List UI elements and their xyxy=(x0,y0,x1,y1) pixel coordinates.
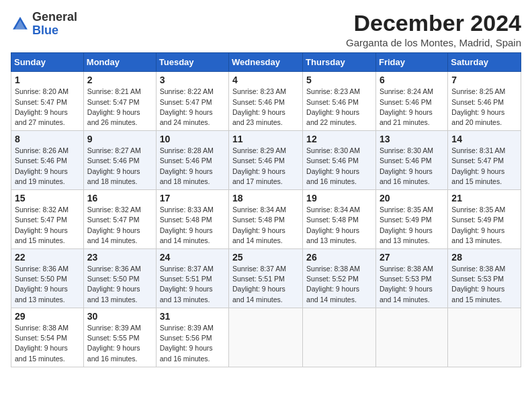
day-info: Sunrise: 8:23 AMSunset: 5:46 PMDaylight:… xyxy=(306,87,372,128)
day-info: Sunrise: 8:35 AMSunset: 5:49 PMDaylight:… xyxy=(380,205,444,246)
calendar-cell: 8Sunrise: 8:26 AMSunset: 5:46 PMDaylight… xyxy=(11,131,84,190)
calendar-cell: 10Sunrise: 8:28 AMSunset: 5:46 PMDayligh… xyxy=(156,131,228,190)
calendar-cell: 25Sunrise: 8:37 AMSunset: 5:51 PMDayligh… xyxy=(229,249,303,308)
calendar-week-5: 29Sunrise: 8:38 AMSunset: 5:54 PMDayligh… xyxy=(11,308,521,367)
day-info: Sunrise: 8:36 AMSunset: 5:50 PMDaylight:… xyxy=(87,264,152,305)
calendar-cell: 23Sunrise: 8:36 AMSunset: 5:50 PMDayligh… xyxy=(83,249,156,308)
day-number: 19 xyxy=(306,193,372,203)
col-header-thursday: Thursday xyxy=(303,53,376,72)
day-info: Sunrise: 8:26 AMSunset: 5:46 PMDaylight:… xyxy=(15,146,80,187)
calendar-cell: 14Sunrise: 8:31 AMSunset: 5:47 PMDayligh… xyxy=(448,131,521,190)
calendar-cell: 26Sunrise: 8:38 AMSunset: 5:52 PMDayligh… xyxy=(303,249,376,308)
day-info: Sunrise: 8:38 AMSunset: 5:54 PMDaylight:… xyxy=(15,323,80,364)
day-info: Sunrise: 8:38 AMSunset: 5:52 PMDaylight:… xyxy=(306,264,372,305)
day-info: Sunrise: 8:27 AMSunset: 5:46 PMDaylight:… xyxy=(87,146,152,187)
day-info: Sunrise: 8:28 AMSunset: 5:46 PMDaylight:… xyxy=(160,146,225,187)
calendar-cell: 6Sunrise: 8:24 AMSunset: 5:46 PMDaylight… xyxy=(375,72,447,131)
day-number: 23 xyxy=(87,252,152,263)
day-number: 26 xyxy=(306,252,372,263)
calendar-header: SundayMondayTuesdayWednesdayThursdayFrid… xyxy=(11,53,521,72)
col-header-friday: Friday xyxy=(375,53,447,72)
calendar-week-1: 1Sunrise: 8:20 AMSunset: 5:47 PMDaylight… xyxy=(11,72,521,131)
calendar-week-4: 22Sunrise: 8:36 AMSunset: 5:50 PMDayligh… xyxy=(11,249,521,308)
page-header: General Blue December 2024 Garganta de l… xyxy=(11,11,521,48)
col-header-sunday: Sunday xyxy=(11,53,84,72)
calendar-cell: 24Sunrise: 8:37 AMSunset: 5:51 PMDayligh… xyxy=(156,249,228,308)
calendar-cell: 3Sunrise: 8:22 AMSunset: 5:47 PMDaylight… xyxy=(156,72,228,131)
day-info: Sunrise: 8:39 AMSunset: 5:55 PMDaylight:… xyxy=(87,323,152,364)
day-number: 28 xyxy=(451,252,517,263)
calendar-cell: 31Sunrise: 8:39 AMSunset: 5:56 PMDayligh… xyxy=(156,308,228,367)
day-info: Sunrise: 8:37 AMSunset: 5:51 PMDaylight:… xyxy=(232,264,299,305)
day-number: 27 xyxy=(380,252,444,263)
day-info: Sunrise: 8:34 AMSunset: 5:48 PMDaylight:… xyxy=(306,205,372,246)
day-number: 5 xyxy=(306,75,372,85)
day-info: Sunrise: 8:21 AMSunset: 5:47 PMDaylight:… xyxy=(87,87,152,128)
day-info: Sunrise: 8:33 AMSunset: 5:48 PMDaylight:… xyxy=(160,205,225,246)
day-number: 25 xyxy=(232,252,299,263)
day-info: Sunrise: 8:38 AMSunset: 5:53 PMDaylight:… xyxy=(380,264,444,305)
day-number: 30 xyxy=(87,311,152,322)
logo-general: General xyxy=(32,10,77,24)
calendar-week-2: 8Sunrise: 8:26 AMSunset: 5:46 PMDaylight… xyxy=(11,131,521,190)
day-info: Sunrise: 8:29 AMSunset: 5:46 PMDaylight:… xyxy=(232,146,299,187)
day-number: 10 xyxy=(160,134,225,144)
day-number: 18 xyxy=(232,193,299,203)
calendar-cell: 27Sunrise: 8:38 AMSunset: 5:53 PMDayligh… xyxy=(375,249,447,308)
col-header-saturday: Saturday xyxy=(448,53,521,72)
calendar-table: SundayMondayTuesdayWednesdayThursdayFrid… xyxy=(11,52,521,367)
header-row: SundayMondayTuesdayWednesdayThursdayFrid… xyxy=(11,53,521,72)
calendar-cell: 11Sunrise: 8:29 AMSunset: 5:46 PMDayligh… xyxy=(229,131,303,190)
day-info: Sunrise: 8:31 AMSunset: 5:47 PMDaylight:… xyxy=(451,146,517,187)
calendar-cell: 20Sunrise: 8:35 AMSunset: 5:49 PMDayligh… xyxy=(375,190,447,249)
day-number: 16 xyxy=(87,193,152,203)
calendar-cell: 18Sunrise: 8:34 AMSunset: 5:48 PMDayligh… xyxy=(229,190,303,249)
month-title: December 2024 xyxy=(346,11,521,36)
calendar-cell: 30Sunrise: 8:39 AMSunset: 5:55 PMDayligh… xyxy=(83,308,156,367)
day-info: Sunrise: 8:35 AMSunset: 5:49 PMDaylight:… xyxy=(451,205,517,246)
day-number: 17 xyxy=(160,193,225,203)
calendar-cell: 15Sunrise: 8:32 AMSunset: 5:47 PMDayligh… xyxy=(11,190,84,249)
calendar-cell: 12Sunrise: 8:30 AMSunset: 5:46 PMDayligh… xyxy=(303,131,376,190)
day-number: 22 xyxy=(15,252,80,263)
calendar-cell: 21Sunrise: 8:35 AMSunset: 5:49 PMDayligh… xyxy=(448,190,521,249)
day-number: 14 xyxy=(451,134,517,144)
day-number: 15 xyxy=(15,193,80,203)
day-number: 11 xyxy=(232,134,299,144)
day-info: Sunrise: 8:38 AMSunset: 5:53 PMDaylight:… xyxy=(451,264,517,305)
day-info: Sunrise: 8:32 AMSunset: 5:47 PMDaylight:… xyxy=(87,205,152,246)
day-number: 9 xyxy=(87,134,152,144)
day-number: 6 xyxy=(380,75,444,85)
col-header-monday: Monday xyxy=(83,53,156,72)
calendar-cell: 2Sunrise: 8:21 AMSunset: 5:47 PMDaylight… xyxy=(83,72,156,131)
day-number: 24 xyxy=(160,252,225,263)
calendar-week-3: 15Sunrise: 8:32 AMSunset: 5:47 PMDayligh… xyxy=(11,190,521,249)
day-number: 12 xyxy=(306,134,372,144)
calendar-cell: 22Sunrise: 8:36 AMSunset: 5:50 PMDayligh… xyxy=(11,249,84,308)
day-info: Sunrise: 8:39 AMSunset: 5:56 PMDaylight:… xyxy=(160,323,225,364)
day-info: Sunrise: 8:34 AMSunset: 5:48 PMDaylight:… xyxy=(232,205,299,246)
day-info: Sunrise: 8:23 AMSunset: 5:46 PMDaylight:… xyxy=(232,87,299,128)
day-number: 21 xyxy=(451,193,517,203)
calendar-cell xyxy=(448,308,521,367)
day-number: 20 xyxy=(380,193,444,203)
calendar-cell xyxy=(303,308,376,367)
calendar-cell: 4Sunrise: 8:23 AMSunset: 5:46 PMDaylight… xyxy=(229,72,303,131)
calendar-cell: 9Sunrise: 8:27 AMSunset: 5:46 PMDaylight… xyxy=(83,131,156,190)
title-block: December 2024 Garganta de los Montes, Ma… xyxy=(346,11,521,48)
col-header-wednesday: Wednesday xyxy=(229,53,303,72)
calendar-body: 1Sunrise: 8:20 AMSunset: 5:47 PMDaylight… xyxy=(11,72,521,367)
calendar-cell: 7Sunrise: 8:25 AMSunset: 5:46 PMDaylight… xyxy=(448,72,521,131)
calendar-cell: 17Sunrise: 8:33 AMSunset: 5:48 PMDayligh… xyxy=(156,190,228,249)
day-number: 8 xyxy=(15,134,80,144)
calendar-cell xyxy=(229,308,303,367)
logo-blue: Blue xyxy=(32,24,58,37)
day-number: 1 xyxy=(15,75,80,85)
day-info: Sunrise: 8:24 AMSunset: 5:46 PMDaylight:… xyxy=(380,87,444,128)
day-number: 13 xyxy=(380,134,444,144)
logo: General Blue xyxy=(11,11,77,38)
calendar-cell xyxy=(375,308,447,367)
calendar-cell: 29Sunrise: 8:38 AMSunset: 5:54 PMDayligh… xyxy=(11,308,84,367)
day-number: 29 xyxy=(15,311,80,322)
day-info: Sunrise: 8:22 AMSunset: 5:47 PMDaylight:… xyxy=(160,87,225,128)
